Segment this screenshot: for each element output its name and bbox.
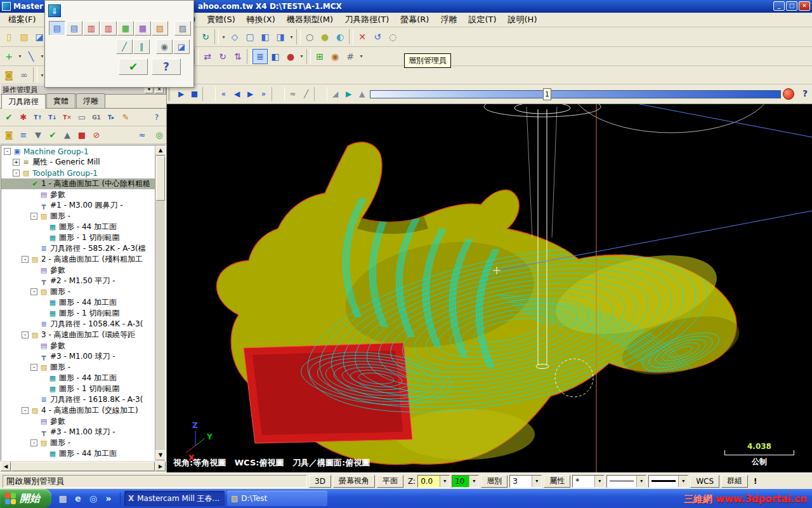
point-dropdown-icon[interactable]: ▾: [16, 49, 23, 64]
separator[interactable]: [272, 87, 285, 101]
blank-entity-icon[interactable]: ◌: [385, 29, 400, 44]
tree-expander-icon[interactable]: -: [22, 331, 29, 338]
front-view-icon[interactable]: ◧: [258, 29, 273, 44]
tree-expander-icon[interactable]: [30, 267, 37, 274]
menu-item[interactable]: 實體(S): [201, 12, 240, 27]
separator[interactable]: [202, 87, 216, 101]
xform-rotate-icon[interactable]: ↻: [215, 49, 230, 64]
collapse-icon[interactable]: ▲: [60, 128, 74, 142]
tree-expander-icon[interactable]: [39, 310, 46, 317]
separator[interactable]: [33, 67, 37, 83]
tree-expander-icon[interactable]: -: [30, 213, 37, 220]
tree-item[interactable]: ▦ 圖形 - 44 加工面: [1, 448, 155, 459]
color-dropdown-icon[interactable]: ▾: [469, 476, 478, 487]
create-point-icon[interactable]: +: [1, 49, 16, 64]
tree-item[interactable]: + ≡ 屬性 - Generic Mill: [1, 157, 155, 168]
tree-expander-icon[interactable]: -: [30, 288, 37, 295]
option-b-icon[interactable]: ▤: [66, 21, 82, 36]
z-depth-input[interactable]: 0.0 ▾: [417, 475, 450, 488]
tree-item[interactable]: ┳ #3 - M1.00 球刀 -: [1, 427, 155, 438]
gview-dropdown-icon[interactable]: ▾: [220, 29, 227, 44]
screen-dropdown-icon[interactable]: ▾: [358, 49, 365, 64]
disable-posting-icon[interactable]: ⊘: [89, 128, 103, 142]
mode-3d-button[interactable]: 3D: [309, 475, 331, 488]
tree-expander-icon[interactable]: [39, 224, 46, 231]
separator[interactable]: [214, 29, 219, 44]
select-all-operations-icon[interactable]: ✔: [2, 110, 16, 124]
right-view-icon[interactable]: ◨: [273, 29, 288, 44]
separator[interactable]: [306, 49, 311, 64]
stop-icon[interactable]: ■: [188, 87, 201, 101]
tree-vertical-scrollbar[interactable]: ▲ ▼: [155, 145, 165, 460]
menu-item[interactable]: 刀具路徑(T): [339, 12, 395, 27]
tree-item[interactable]: - ▨ 圖形 -: [1, 211, 155, 222]
tree-expander-icon[interactable]: [30, 418, 37, 425]
quick-launch-ie-icon[interactable]: e: [72, 492, 84, 505]
menu-item[interactable]: 機器類型(M): [281, 12, 339, 27]
option-a-icon[interactable]: ▤: [49, 21, 65, 36]
menu-item[interactable]: 浮雕: [435, 12, 462, 27]
wireframe-icon[interactable]: ○: [302, 29, 317, 44]
move-insert-up-icon[interactable]: T↑: [31, 110, 45, 124]
tree-item[interactable]: - ▨ Toolpath Group-1: [1, 168, 155, 178]
tree-expander-icon[interactable]: +: [13, 159, 20, 166]
delete-operation-icon[interactable]: T✕: [60, 110, 74, 124]
view-dropdown-icon[interactable]: ▾: [288, 29, 295, 44]
undelete-icon[interactable]: ↺: [370, 29, 385, 44]
line-style-select[interactable]: ▾: [606, 475, 646, 488]
tree-expander-icon[interactable]: -: [13, 170, 20, 177]
tree-item[interactable]: ≣ 刀具路徑 - 1058.4K - A-3(: [1, 319, 155, 330]
level-manager-icon[interactable]: ≣: [252, 49, 268, 64]
z-dropdown-icon[interactable]: ▾: [440, 476, 449, 487]
filter-icon[interactable]: ≈: [135, 128, 149, 142]
section-line-icon[interactable]: ╱: [116, 39, 133, 54]
toggle-posting-icon[interactable]: ▼: [31, 128, 45, 142]
maximize-button[interactable]: □: [786, 1, 797, 11]
panel-titlebar[interactable]: ⇓: [45, 1, 193, 21]
close-button[interactable]: ✕: [799, 1, 810, 11]
lock-icon[interactable]: ◙: [1, 67, 16, 83]
option-c-icon[interactable]: ▥: [83, 21, 100, 36]
tree-expander-icon[interactable]: [22, 180, 29, 187]
progress-marker[interactable]: 1: [543, 88, 551, 100]
tree-item[interactable]: ▦ 圖形 - 1 切削範圍: [1, 384, 155, 394]
alert-indicator[interactable]: !: [754, 477, 757, 486]
slider-tick-icon[interactable]: ▲: [355, 87, 369, 101]
tree-item[interactable]: - ▨ 2 - 高速曲面加工 (殘料粗加工: [1, 254, 155, 265]
tree-item[interactable]: ✔ 1 - 高速曲面加工 (中心除料粗糙: [1, 178, 155, 189]
tree-expander-icon[interactable]: [30, 202, 37, 209]
quick-launch-desktop-icon[interactable]: ▦: [56, 492, 69, 505]
tree-expander-icon[interactable]: -: [30, 439, 37, 446]
tree-expander-icon[interactable]: [39, 299, 46, 306]
tree-horizontal-scrollbar[interactable]: ◀ ▶: [1, 461, 166, 472]
hatch-lines-icon[interactable]: ∥: [133, 39, 150, 54]
ok-button[interactable]: ✔: [119, 58, 148, 75]
tree-expander-icon[interactable]: -: [22, 256, 29, 263]
tree-item[interactable]: ▤ 參數: [1, 340, 155, 351]
tree-item[interactable]: ≣ 刀具路徑 - 1618.8K - A-3(: [1, 394, 155, 405]
regen-all-icon[interactable]: ✱: [16, 110, 30, 124]
level-dropdown-icon[interactable]: ▾: [532, 476, 541, 487]
lock-operations-icon[interactable]: ◙: [2, 128, 16, 142]
tree-item[interactable]: ▤ 參數: [1, 265, 155, 276]
tree-item[interactable]: - ▨ 圖形 -: [1, 438, 155, 448]
tree-item[interactable]: ≣ 刀具路徑 - 585.2K - A-3(檔: [1, 243, 155, 254]
top-view-icon[interactable]: ▢: [242, 29, 258, 44]
color-dropdown-icon[interactable]: ▾: [298, 49, 305, 64]
menu-item[interactable]: 螢幕(R): [395, 12, 435, 27]
open-file-icon[interactable]: ▨: [16, 29, 32, 44]
groups-icon[interactable]: ⊞: [312, 49, 327, 64]
post-operation-icon[interactable]: T▸: [104, 110, 118, 124]
menu-item[interactable]: 設定(T): [462, 12, 502, 27]
tree-item[interactable]: - ▨ 圖形 -: [1, 286, 155, 297]
tree-expander-icon[interactable]: [30, 396, 37, 403]
save-result-icon[interactable]: ◪: [173, 39, 190, 54]
tree-expander-icon[interactable]: [39, 375, 46, 382]
point-style-dropdown-icon[interactable]: ▾: [594, 476, 604, 487]
menu-item[interactable]: 說明(H): [502, 12, 543, 27]
scroll-up-icon[interactable]: ▲: [155, 145, 166, 156]
tree-expander-icon[interactable]: [39, 385, 46, 392]
level-select[interactable]: 3 ▾: [509, 475, 542, 488]
tree-expander-icon[interactable]: [39, 450, 46, 457]
option-d-icon[interactable]: ▥: [100, 21, 117, 36]
